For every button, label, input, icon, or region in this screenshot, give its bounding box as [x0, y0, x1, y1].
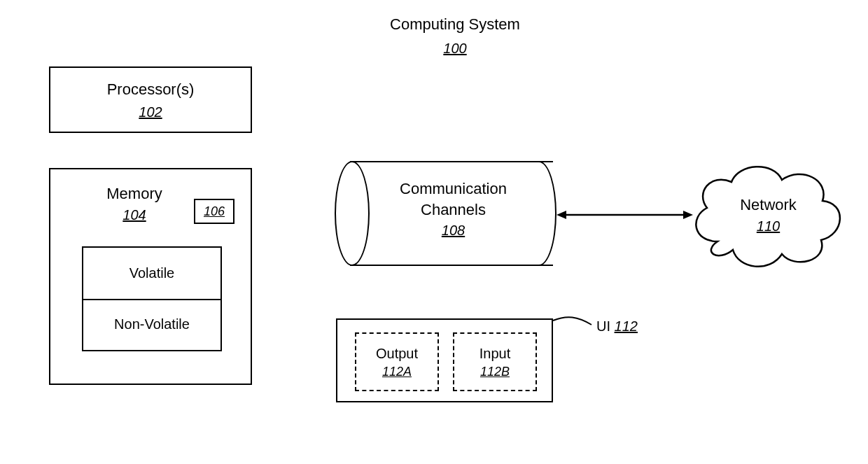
processor-label: Processor(s): [107, 79, 195, 100]
channels-label-block: Communication Channels 108: [371, 178, 536, 239]
memory-box: Memory 104 106 Volatile Non-Volatile: [49, 168, 252, 385]
ui-caption: UI 112: [596, 318, 638, 335]
network-ref: 110: [757, 218, 780, 234]
ui-output-box: Output 112A: [355, 332, 439, 391]
memory-ref: 104: [122, 207, 146, 223]
channels-ref: 108: [442, 223, 465, 239]
memory-nonvolatile: Non-Volatile: [83, 299, 220, 350]
channels-cylinder-left: [335, 161, 370, 266]
double-arrow-icon: [556, 208, 693, 222]
memory-types: Volatile Non-Volatile: [82, 246, 222, 351]
memory-chip-ref: 106: [204, 204, 225, 219]
ui-input-box: Input 112B: [453, 332, 537, 391]
channels-cylinder-right: [539, 161, 556, 266]
title-ref: 100: [443, 41, 466, 57]
ui-output-ref: 112A: [382, 365, 412, 379]
memory-volatile: Volatile: [83, 248, 220, 300]
network-label: Network: [740, 195, 797, 216]
diagram-title: Computing System 100: [364, 14, 546, 57]
memory-header: Memory 104: [92, 183, 176, 223]
ui-output-label: Output: [376, 344, 418, 363]
ui-box: Output 112A Input 112B: [336, 318, 553, 402]
channels-label-2: Channels: [421, 199, 486, 220]
processor-ref: 102: [139, 104, 162, 120]
channels-label-1: Communication: [400, 178, 507, 199]
network-label-block: Network 110: [714, 195, 822, 234]
memory-chip: 106: [194, 199, 234, 224]
svg-marker-1: [556, 211, 566, 219]
diagram-stage: Computing System 100 Processor(s) 102 Me…: [0, 0, 868, 464]
title-label: Computing System: [390, 14, 520, 35]
ui-caption-label: UI: [596, 318, 610, 334]
memory-label: Memory: [106, 183, 162, 204]
ui-input-label: Input: [479, 344, 510, 363]
ui-caption-ref: 112: [615, 318, 638, 334]
processor-box: Processor(s) 102: [49, 66, 252, 133]
ui-lead-line-icon: [553, 315, 595, 332]
ui-input-ref: 112B: [480, 365, 510, 379]
